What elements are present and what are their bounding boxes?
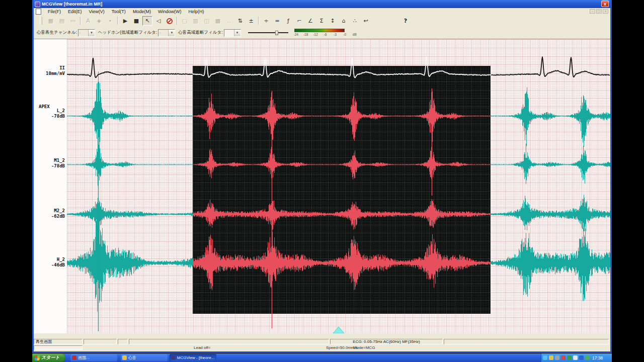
ime-icon[interactable] bbox=[573, 355, 578, 360]
menu-item-help[interactable]: Help(H) bbox=[185, 9, 207, 14]
system-tray: 17:38 bbox=[541, 353, 612, 362]
dots-icon[interactable]: ‥ bbox=[224, 16, 234, 26]
highcut-filter-dropdown[interactable]: ▼ bbox=[224, 29, 241, 37]
volume-slider[interactable] bbox=[248, 29, 288, 36]
function-icon[interactable]: ƒ bbox=[283, 16, 293, 26]
display-icon[interactable] bbox=[561, 355, 566, 360]
status-panel-2 bbox=[118, 339, 128, 344]
chevron-down-icon: ▼ bbox=[88, 30, 95, 36]
channel-label-ii: II 10mm/mV bbox=[35, 65, 65, 76]
taskbar-item-2[interactable]: MCGView - [theore... bbox=[170, 354, 216, 361]
updown-icon[interactable]: ⇅ bbox=[235, 16, 245, 26]
toolbar-icons: ▦▤▭A◈•▶■↖◁▢▥◫▩‥⇅±÷=ƒ⌐∠Σ↕⌂∴↩ bbox=[45, 16, 371, 26]
db-tick: dB bbox=[350, 33, 359, 36]
measure-icon[interactable]: ↕ bbox=[328, 16, 338, 26]
sum-icon[interactable]: Σ bbox=[316, 16, 327, 26]
toolbar: ▦▤▭A◈•▶■↖◁▢▥◫▩‥⇅±÷=ƒ⌐∠Σ↕⌂∴↩ ? bbox=[34, 15, 610, 27]
lead-off-status: Lead off= bbox=[194, 345, 210, 350]
layout1-icon[interactable]: ▢ bbox=[180, 16, 190, 26]
taskbar-item-label: MCGView - [theore... bbox=[177, 355, 215, 360]
mdi-minimize-button[interactable]: – bbox=[590, 9, 595, 14]
db-tick: -18 bbox=[301, 33, 310, 36]
print-icon[interactable]: ▭ bbox=[68, 16, 78, 26]
taskbar: スタート 画面...心音MCGView - [theore... 17:38 bbox=[32, 353, 612, 362]
layout3-icon[interactable]: ◫ bbox=[202, 16, 212, 26]
taskbar-item-label: 心音 bbox=[128, 355, 136, 360]
close-button[interactable]: x bbox=[601, 1, 609, 7]
text-icon[interactable]: A bbox=[83, 16, 93, 26]
mute-icon[interactable] bbox=[165, 16, 175, 26]
ruler-icon[interactable]: ⌐ bbox=[294, 16, 304, 26]
toolbar-separator bbox=[80, 17, 81, 25]
db-tick: -6 bbox=[320, 33, 330, 36]
undo-icon[interactable]: ↩ bbox=[361, 16, 371, 26]
open-icon[interactable]: ▦ bbox=[46, 16, 56, 26]
home-icon[interactable]: ⌂ bbox=[339, 16, 349, 26]
menu-item-view[interactable]: View(V) bbox=[86, 9, 108, 14]
play-icon[interactable]: ▶ bbox=[120, 16, 130, 26]
therefore-icon[interactable]: ∴ bbox=[350, 16, 360, 26]
layout4-icon[interactable]: ▩ bbox=[213, 16, 223, 26]
status-panel-1 bbox=[84, 339, 117, 344]
copy-icon[interactable]: ◈ bbox=[94, 16, 104, 26]
menu-bar: File(F)Edit(E)View(V)Tool(T)Mode(M)Windo… bbox=[34, 8, 610, 15]
pointer-icon[interactable]: ↖ bbox=[142, 16, 152, 26]
menu-item-file[interactable]: File(F) bbox=[44, 9, 64, 14]
volume-icon[interactable] bbox=[543, 355, 547, 360]
play-channel-dropdown[interactable]: - ▼ bbox=[78, 29, 95, 37]
progress-box bbox=[34, 345, 83, 350]
windows-flag-icon bbox=[34, 355, 40, 360]
network-icon[interactable] bbox=[555, 355, 559, 360]
scale-icon[interactable]: ± bbox=[246, 16, 256, 26]
db-level-meter: -24-18-12-6-3-0dB bbox=[294, 28, 357, 37]
start-button[interactable]: スタート bbox=[32, 353, 65, 362]
mdi-close-button[interactable]: x bbox=[603, 9, 608, 14]
dot-icon[interactable]: • bbox=[105, 16, 115, 26]
update-icon[interactable] bbox=[585, 355, 590, 360]
waveform-area: APEX II 10mm/mVL_2 -78dBM1_2 -78dBM2_2 -… bbox=[34, 39, 610, 333]
title-bar[interactable]: MCGView [theoremat.in MR] x bbox=[34, 0, 610, 8]
taskbar-item-1[interactable]: 心音 bbox=[121, 354, 168, 361]
status-panel-3 bbox=[129, 339, 329, 344]
status-panel-5 bbox=[444, 339, 609, 344]
headphone-filter-dropdown[interactable]: - ▼ bbox=[158, 29, 175, 37]
sync-icon[interactable] bbox=[579, 355, 584, 360]
app-icon bbox=[35, 2, 40, 7]
channel-label-m1_2: M1_2 -78dB bbox=[35, 158, 65, 169]
layout2-icon[interactable]: ▥ bbox=[191, 16, 201, 26]
menu-item-tool[interactable]: Tool(T) bbox=[108, 9, 129, 14]
highcut-filter-label: 心音高域遮断フィルタ: bbox=[178, 30, 222, 36]
slider-handle[interactable] bbox=[275, 31, 278, 35]
menu-item-edit[interactable]: Edit(E) bbox=[64, 9, 86, 14]
db-tick: -3 bbox=[330, 33, 340, 36]
mdi-window-buttons: – ▢ x bbox=[590, 9, 608, 14]
angle-icon[interactable]: ∠ bbox=[305, 16, 315, 26]
window-title: MCGView [theoremat.in MR] bbox=[42, 2, 102, 7]
status-panel-0: 再生画面 bbox=[34, 339, 83, 344]
waveform-canvas[interactable] bbox=[67, 39, 610, 334]
toolbar-grip[interactable] bbox=[40, 17, 42, 25]
db-tick: -24 bbox=[291, 33, 301, 36]
speaker-icon[interactable]: ◁ bbox=[153, 16, 164, 26]
antivirus-icon[interactable] bbox=[567, 355, 572, 360]
menu-item-window[interactable]: Window(W) bbox=[154, 9, 185, 14]
save-icon[interactable]: ▤ bbox=[57, 16, 67, 26]
lower-strip bbox=[34, 333, 610, 339]
mdi-restore-button[interactable]: ▢ bbox=[596, 9, 602, 14]
status-bar-upper: 再生画面ECG: 0.05-75Hz AC(60Hz) MF(35Hz) bbox=[34, 339, 610, 345]
db-tick: -0 bbox=[340, 33, 350, 36]
slider-track bbox=[248, 32, 288, 33]
taskbar-item-0[interactable]: 画面... bbox=[70, 354, 117, 361]
menu-item-mode[interactable]: Mode(M) bbox=[129, 9, 154, 14]
mode-status: Mode=MCG bbox=[353, 345, 375, 350]
status-panel-4: ECG: 0.05-75Hz AC(60Hz) MF(35Hz) bbox=[330, 339, 443, 344]
db-gradient-bar bbox=[294, 29, 345, 32]
divide-icon[interactable]: ÷ bbox=[261, 16, 271, 26]
toolbar-separator bbox=[117, 17, 118, 25]
equal-icon[interactable]: = bbox=[272, 16, 282, 26]
mail-icon[interactable] bbox=[549, 355, 553, 360]
chevron-down-icon: ▼ bbox=[234, 30, 240, 36]
toolbar-separator bbox=[177, 17, 178, 25]
help-icon[interactable]: ? bbox=[400, 16, 411, 26]
stop-icon[interactable]: ■ bbox=[131, 16, 141, 26]
